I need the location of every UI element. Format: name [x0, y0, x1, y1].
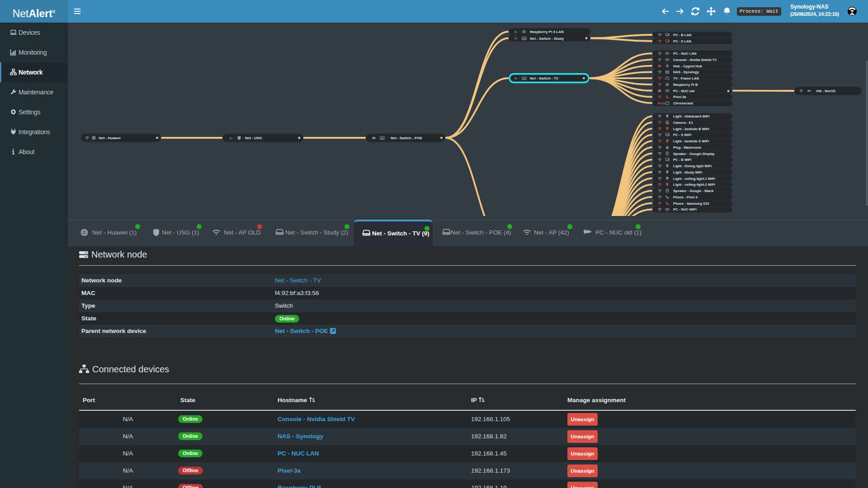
svg-text:TV - Frame LAN: TV - Frame LAN	[673, 76, 699, 80]
svg-text:Hub - Cygnet Hub: Hub - Cygnet Hub	[673, 64, 702, 68]
svg-text:NAS - Synology: NAS - Synology	[673, 70, 699, 74]
svg-text:Phone - Samsung S10: Phone - Samsung S10	[673, 202, 709, 206]
svg-text:Net - USG: Net - USG	[245, 136, 262, 140]
svg-text:5: 5	[514, 30, 516, 33]
svg-text:Net - Huawei: Net - Huawei	[99, 136, 121, 140]
svg-text:Net - Switch - Study: Net - Switch - Study	[530, 37, 564, 41]
svg-text:Net - Switch - TV: Net - Switch - TV	[530, 76, 559, 80]
svg-text:Plug - Washroom: Plug - Washroom	[673, 145, 701, 150]
svg-text:3: 3	[514, 37, 516, 40]
svg-text:Light - Study WiFi: Light - Study WiFi	[673, 170, 702, 174]
svg-text:PC - NUC LAN: PC - NUC LAN	[673, 52, 696, 56]
svg-text:Light - bedside B WiFi: Light - bedside B WiFi	[673, 127, 709, 131]
svg-text:Light - Sideboard WiFi: Light - Sideboard WiFi	[673, 114, 710, 118]
svg-text:PC - B LAN: PC - B LAN	[673, 33, 692, 37]
svg-text:None: None	[658, 101, 666, 105]
svg-text:Console - Nvidia Shield TV: Console - Nvidia Shield TV	[673, 58, 717, 62]
svg-text:PC - NUC WiFi: PC - NUC WiFi	[673, 207, 697, 211]
svg-text:Raspberry Pi B: Raspberry Pi B	[673, 83, 698, 87]
svg-text:Light - ceiling-light-1 WiFi: Light - ceiling-light-1 WiFi	[673, 177, 715, 181]
svg-text:PC - NUC old: PC - NUC old	[673, 89, 695, 93]
svg-text:Camera - E1: Camera - E1	[673, 121, 693, 125]
svg-text:Chromecast: Chromecast	[673, 101, 693, 105]
svg-text:Phone - Pixel 6: Phone - Pixel 6	[673, 195, 698, 199]
svg-text:Light - ceiling-light-2 WiFi: Light - ceiling-light-2 WiFi	[673, 183, 715, 187]
svg-text:PC - B WiFi: PC - B WiFi	[673, 158, 692, 162]
svg-text:Speaker - Google - Black: Speaker - Google - Black	[673, 189, 714, 193]
svg-text:1: 1	[230, 136, 231, 140]
svg-text:Raspberry Pi 4 LAN: Raspberry Pi 4 LAN	[530, 30, 564, 34]
svg-text:4: 4	[514, 77, 516, 80]
svg-text:VM - NixOS: VM - NixOS	[816, 89, 836, 93]
svg-text:PC - S WiFi: PC - S WiFi	[673, 133, 691, 137]
svg-text:Light - bedside S WiFi: Light - bedside S WiFi	[673, 139, 709, 143]
svg-text:Net - Switch - POE: Net - Switch - POE	[391, 136, 422, 140]
svg-text:PC - S LAN: PC - S LAN	[673, 39, 691, 43]
svg-text:Pixel-3a: Pixel-3a	[673, 95, 686, 99]
svg-text:Light - Dining light WiFi: Light - Dining light WiFi	[673, 164, 712, 168]
svg-text:Speaker - Google Display: Speaker - Google Display	[673, 152, 715, 156]
